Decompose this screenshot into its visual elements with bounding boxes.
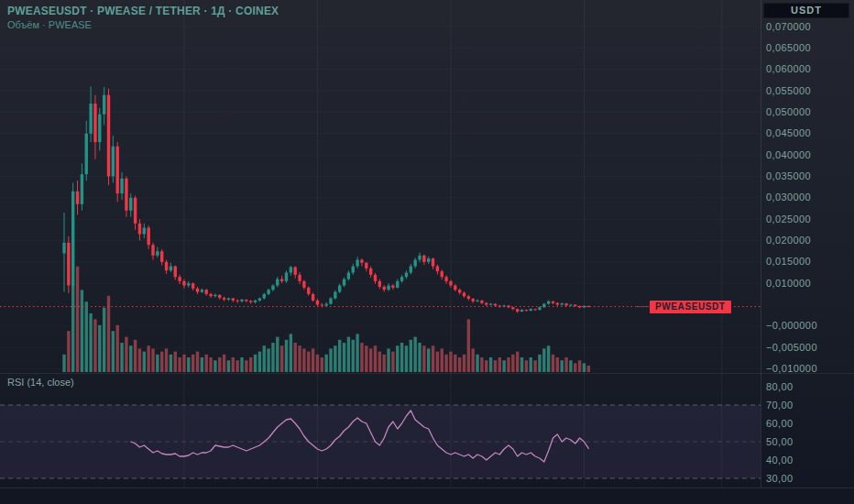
- volume-bar: [374, 345, 377, 372]
- price-axis-label: −0,005000: [766, 342, 817, 353]
- candle-body: [561, 303, 564, 304]
- candle-body: [267, 290, 269, 294]
- volume-bar: [182, 355, 185, 372]
- price-axis-label: −0,000000: [766, 320, 817, 331]
- candle-body: [151, 245, 154, 256]
- volume-bar: [312, 348, 314, 372]
- pane-separator[interactable]: [0, 373, 854, 374]
- volume-bar: [129, 345, 132, 372]
- volume-bar: [530, 357, 532, 372]
- candle-body: [391, 286, 394, 288]
- candle-body: [352, 267, 355, 273]
- volume-bar: [187, 357, 190, 372]
- volume-bar: [574, 363, 576, 372]
- volume-bar: [564, 357, 567, 372]
- volume-bar: [360, 343, 363, 372]
- candle-body: [480, 301, 483, 303]
- price-axis-label: 0,060000: [766, 63, 811, 74]
- chart-canvas[interactable]: [0, 0, 854, 504]
- volume-bar: [441, 348, 443, 372]
- volume-bar: [405, 345, 408, 372]
- candle-body: [89, 104, 92, 134]
- candle-body: [214, 295, 216, 296]
- volume-bar: [151, 348, 154, 372]
- candle-body: [369, 268, 372, 275]
- candle-body: [365, 263, 367, 268]
- time-axis[interactable]: АпрМайИюнИюлАвг: [0, 488, 761, 504]
- chart-legend: PWEASEUSDT · PWEASE / TETHER · 1Д · COIN…: [7, 5, 279, 31]
- candle-body: [290, 267, 292, 272]
- volume-legend[interactable]: Объём · PWEASE: [7, 18, 279, 31]
- candle-body: [245, 300, 247, 301]
- volume-bar: [112, 331, 115, 372]
- volume-bar: [205, 355, 208, 372]
- candle-body: [378, 281, 381, 287]
- volume-bar: [214, 360, 216, 372]
- price-axis-label: 0,040000: [766, 149, 811, 160]
- candle-body: [343, 279, 345, 286]
- price-axis[interactable]: USDT 0,0700000,0650000,0600000,0550000,0…: [761, 0, 854, 488]
- candle-body: [227, 299, 230, 300]
- currency-toggle-button[interactable]: USDT: [763, 3, 849, 18]
- volume-bar: [458, 357, 461, 372]
- candle-body: [449, 281, 452, 286]
- volume-bar: [76, 267, 79, 372]
- volume-bar: [285, 340, 288, 372]
- candle-body: [218, 295, 221, 298]
- volume-bar: [165, 348, 168, 372]
- candle-body: [458, 290, 461, 292]
- candle-body: [147, 227, 149, 245]
- volume-bar: [138, 348, 141, 372]
- candle-body: [338, 286, 341, 292]
- volume-bar: [192, 355, 194, 372]
- volume-bar: [235, 360, 238, 372]
- volume-bar: [316, 355, 319, 372]
- volume-bar: [240, 357, 243, 372]
- symbol-legend[interactable]: PWEASEUSDT · PWEASE / TETHER · 1Д · COIN…: [7, 5, 279, 18]
- candle-body: [356, 260, 358, 267]
- rsi-axis-label: 40,00: [766, 455, 794, 466]
- candle-body: [165, 262, 168, 270]
- candle-body: [112, 147, 115, 177]
- candle-body: [583, 306, 586, 307]
- candle-body: [263, 294, 266, 299]
- volume-bar: [321, 357, 323, 372]
- volume-bar: [280, 345, 283, 372]
- candle-body: [525, 310, 528, 311]
- volume-bar: [552, 355, 554, 372]
- volume-bar: [125, 337, 127, 372]
- volume-bar: [356, 334, 358, 372]
- candle-body: [329, 299, 332, 304]
- volume-bar: [347, 337, 350, 372]
- candle-body: [436, 267, 439, 272]
- volume-bar: [324, 355, 327, 372]
- candle-body: [196, 289, 199, 292]
- volume-bar: [271, 343, 274, 372]
- volume-bar: [120, 343, 123, 372]
- candle-body: [85, 134, 88, 174]
- volume-bar: [511, 355, 514, 372]
- candle-body: [125, 179, 127, 211]
- volume-bar: [485, 360, 487, 372]
- volume-bar: [116, 325, 119, 372]
- candle-body: [307, 288, 310, 294]
- volume-bar: [378, 352, 381, 372]
- candle-body: [441, 271, 443, 277]
- volume-bar: [93, 319, 96, 372]
- candle-body: [62, 243, 65, 254]
- rsi-axis-label: 60,00: [766, 418, 794, 429]
- candle-body: [67, 243, 70, 286]
- candle-body: [427, 258, 430, 262]
- candle-body: [223, 298, 225, 300]
- volume-bar: [369, 348, 372, 372]
- candle-body: [280, 279, 283, 281]
- volume-bar: [338, 340, 341, 372]
- volume-bar: [502, 360, 505, 372]
- volume-bar: [62, 355, 65, 372]
- rsi-legend[interactable]: RSI (14, close): [7, 377, 74, 388]
- candle-body: [116, 147, 119, 193]
- volume-bar: [71, 284, 74, 372]
- candle-body: [538, 307, 541, 310]
- candle-body: [192, 283, 194, 289]
- volume-bar: [542, 348, 545, 372]
